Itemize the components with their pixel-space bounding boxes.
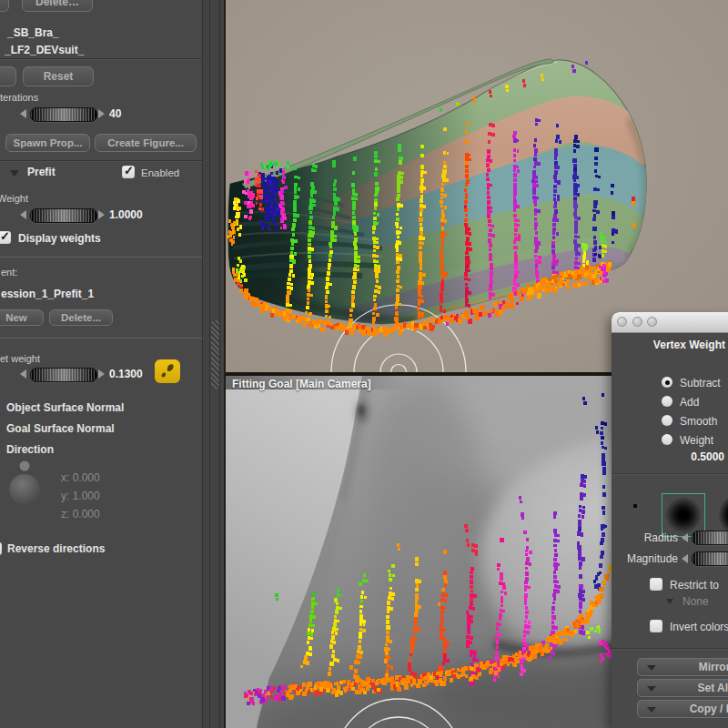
mode-smooth-radio[interactable] <box>662 415 672 426</box>
new-session-label: New <box>5 312 27 323</box>
display-weights-checkbox[interactable] <box>0 231 11 244</box>
sidebar-scroll-strip <box>202 0 227 728</box>
iterations-value[interactable]: 40 <box>109 107 121 120</box>
divider <box>612 473 728 474</box>
mode-subtract-label: Subtract <box>680 377 721 389</box>
panel-titlebar[interactable] <box>612 312 728 333</box>
copy-paste-section-button[interactable]: Copy / Pa <box>637 700 728 718</box>
copy-paste-label: Copy / Pa <box>690 703 728 715</box>
restrict-dropdown-triangle-icon[interactable] <box>666 599 673 604</box>
set-all-section-button[interactable]: Set All <box>637 679 728 697</box>
vertex-weight-panel: Vertex Weight Subtract Add Smooth Weight… <box>612 312 728 728</box>
magnitude-label: Magnitude <box>612 552 678 565</box>
delete-session-label: Delete... <box>61 312 101 323</box>
viewport-label: Fitting Goal [Main Camera] <box>232 378 371 390</box>
iterations-decrement-arrow[interactable] <box>20 109 26 118</box>
enabled-label: Enabled <box>141 167 179 178</box>
weight-increment-arrow[interactable] <box>98 210 105 219</box>
delete-session-button[interactable]: Delete... <box>49 309 113 326</box>
reverse-directions-label: Reverse directions <box>7 542 105 555</box>
weight-label: Weight <box>0 193 28 204</box>
create-figure-label: Create Figure... <box>107 137 184 148</box>
reset-label: Reset <box>44 70 74 83</box>
partial-button-reset-row[interactable] <box>0 66 16 86</box>
weight-decrement-arrow[interactable] <box>20 210 26 219</box>
mirror-label: Mirror <box>699 661 728 673</box>
display-weights-label: Display weights <box>18 232 101 245</box>
scrollbar-thumb[interactable] <box>211 320 219 389</box>
divider <box>0 58 202 59</box>
mode-add-label: Add <box>680 396 699 409</box>
application-window: Delete… _SB_Bra_ _LF2_DEVsuit_ Reset ter… <box>0 0 728 728</box>
window-minimize-button[interactable] <box>632 317 642 327</box>
mode-weight-label: Weight <box>680 434 713 447</box>
enabled-checkbox[interactable] <box>122 166 135 178</box>
mode-add-radio[interactable] <box>662 396 672 407</box>
direction-sphere-widget[interactable] <box>5 457 47 510</box>
new-session-button[interactable]: New <box>0 309 44 326</box>
divider <box>612 648 728 649</box>
divider <box>219 0 220 728</box>
mirror-section-button[interactable]: Mirror <box>637 658 728 676</box>
panel-title: Vertex Weight <box>653 339 725 351</box>
divider <box>209 0 210 728</box>
invert-colors-checkbox[interactable] <box>650 620 662 632</box>
option-object-surface-normal[interactable]: Object Surface Normal <box>6 401 124 414</box>
properties-sidebar: Delete… _SB_Bra_ _LF2_DEVsuit_ Reset ter… <box>0 0 202 728</box>
restrict-to-label: Restrict to <box>670 579 719 592</box>
radius-label: Radius <box>612 531 678 544</box>
divider <box>0 160 202 161</box>
iterations-increment-arrow[interactable] <box>98 109 105 118</box>
mode-weight-radio[interactable] <box>662 434 672 445</box>
window-zoom-button[interactable] <box>647 317 657 327</box>
magnitude-slider[interactable] <box>692 551 728 566</box>
mode-subtract-radio[interactable] <box>662 377 672 388</box>
paint-brush-tool-button[interactable] <box>155 359 180 383</box>
window-close-button[interactable] <box>617 317 627 327</box>
spawn-prop-button[interactable]: Spawn Prop... <box>5 134 90 152</box>
set-weight-slider[interactable] <box>30 368 97 382</box>
prefit-disclosure-triangle-icon[interactable] <box>10 170 19 177</box>
session-name: ession_1_Prefit_1 <box>1 288 94 300</box>
brush-size-small[interactable] <box>633 504 637 508</box>
direction-z-value: z: 0.000 <box>61 508 100 521</box>
figure-item-sb-bra[interactable]: _SB_Bra_ <box>7 26 59 39</box>
radius-decrement-arrow[interactable] <box>682 533 688 542</box>
copy-paste-triangle-icon <box>647 707 656 713</box>
set-weight-label: et weight <box>0 353 40 364</box>
direction-y-value: y: 1.000 <box>61 490 100 502</box>
reverse-directions-checkbox[interactable] <box>0 542 2 555</box>
brush-value[interactable]: 0.5000 <box>691 450 724 463</box>
option-goal-surface-normal[interactable]: Goal Surface Normal <box>6 422 115 435</box>
brush-icon <box>155 359 180 383</box>
iterations-label: terations <box>0 92 38 103</box>
restrict-to-checkbox[interactable] <box>650 578 662 591</box>
delete-figure-button[interactable]: Delete… <box>22 0 93 12</box>
radius-slider[interactable] <box>692 531 728 545</box>
direction-x-value: x: 0.000 <box>61 471 100 484</box>
reset-button[interactable]: Reset <box>23 66 94 86</box>
set-all-label: Set All <box>698 682 728 694</box>
delete-figure-label: Delete… <box>35 0 79 8</box>
set-weight-increment-arrow[interactable] <box>98 369 105 379</box>
option-direction[interactable]: Direction <box>6 443 54 456</box>
weight-value[interactable]: 1.0000 <box>109 208 143 221</box>
invert-colors-label: Invert colors <box>670 621 728 633</box>
iterations-slider[interactable] <box>30 107 97 122</box>
set-weight-decrement-arrow[interactable] <box>20 369 26 379</box>
set-all-triangle-icon <box>647 686 656 692</box>
magnitude-decrement-arrow[interactable] <box>682 554 688 563</box>
set-weight-value[interactable]: 0.1300 <box>109 368 143 380</box>
partial-button-top[interactable] <box>0 0 9 12</box>
create-figure-button[interactable]: Create Figure... <box>95 134 197 152</box>
prefit-section-title: Prefit <box>27 166 56 178</box>
figure-item-lf2-devsuit[interactable]: _LF2_DEVsuit_ <box>5 44 84 56</box>
mode-smooth-label: Smooth <box>680 415 717 428</box>
mirror-triangle-icon <box>647 665 656 671</box>
weight-slider[interactable] <box>30 208 97 223</box>
spawn-prop-label: Spawn Prop... <box>13 137 82 148</box>
restrict-value[interactable]: None <box>682 595 709 608</box>
current-label: ent: <box>1 267 17 278</box>
